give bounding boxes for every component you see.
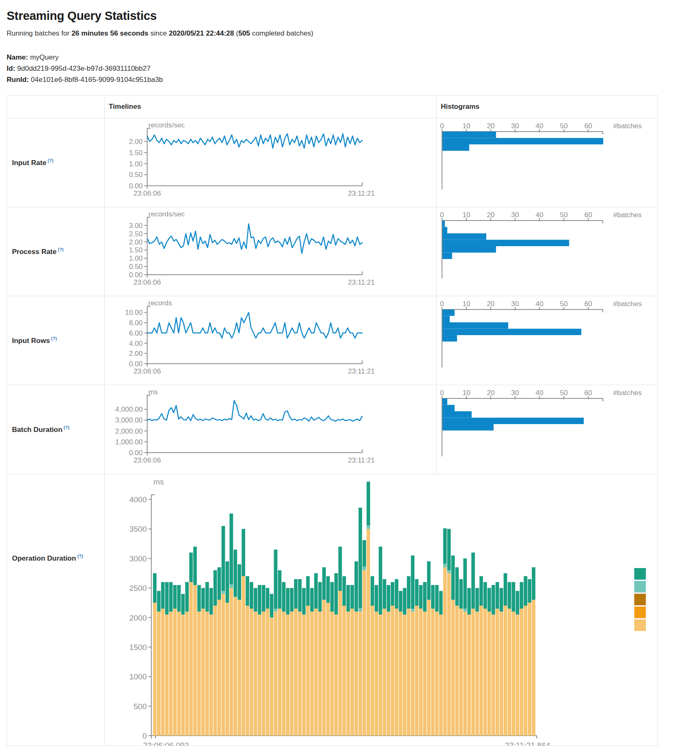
svg-text:records/sec: records/sec [148,210,185,218]
svg-text:2.00: 2.00 [129,138,143,146]
input-rate-timeline-cell: records/sec0.000.501.001.502.0023:06:062… [105,118,437,207]
svg-text:2000: 2000 [129,614,147,622]
table-header-row: Timelines Histograms [7,96,658,118]
input-rows-timeline-chart: records0.002.004.006.008.0010.0023:06:06… [105,296,436,385]
svg-text:1.50: 1.50 [129,149,143,157]
batch-duration-timeline-cell: ms0.001,000.002,000.003,000.004,000.0023… [105,385,437,474]
svg-text:4000: 4000 [129,495,147,504]
legend-swatch [634,581,646,592]
svg-text:23:06:06: 23:06:06 [134,189,161,197]
svg-text:20: 20 [487,300,495,308]
input-rate-timeline-chart: records/sec0.000.501.001.502.0023:06:062… [105,118,436,207]
input-rows-label-cell: Input Rows(?) [7,296,105,385]
svg-text:50: 50 [560,300,568,308]
input-rate-histogram-chart: 0102030405060#batches [437,118,657,207]
name-value: myQuery [30,53,59,61]
svg-text:6.00: 6.00 [129,329,143,337]
batch-summary: Running batches for 26 minutes 56 second… [7,29,693,38]
svg-text:50: 50 [560,122,568,130]
svg-text:0.00: 0.00 [129,449,143,457]
header-empty [7,96,105,118]
process-rate-histogram-cell: 0102030405060#batches [437,207,658,296]
process-rate-timeline-chart: records/sec0.000.501.001.502.002.503.002… [105,207,436,296]
operation-duration-help-icon[interactable]: (?) [77,554,83,559]
svg-text:#batches: #batches [613,211,642,219]
operation-duration-stacked-chart: ms0500100015002000250030003500400023:06:… [105,474,657,746]
svg-text:30: 30 [511,389,519,397]
process-rate-timeline-cell: records/sec0.000.501.001.502.002.503.002… [105,207,437,296]
svg-text:23:06:06: 23:06:06 [134,278,161,286]
svg-text:records: records [148,299,172,307]
svg-text:0: 0 [440,122,444,130]
svg-text:2.00: 2.00 [129,238,143,246]
runid-label: RunId: [7,76,29,84]
svg-text:4.00: 4.00 [129,340,143,348]
svg-text:#batches: #batches [613,122,642,130]
legend-swatch [634,568,646,580]
svg-text:23:11:21: 23:11:21 [348,189,375,197]
query-meta: Name: myQuery Id: 9d0dd219-995d-423e-b97… [7,52,693,85]
svg-text:40: 40 [535,300,543,308]
summary-since: since [148,29,169,37]
process-rate-label-cell: Process Rate(?) [7,207,105,296]
batch-duration-help-icon[interactable]: (?) [64,425,69,430]
svg-text:10: 10 [462,122,470,130]
legend-swatch [634,607,646,618]
svg-text:1.50: 1.50 [129,246,143,254]
svg-text:1000: 1000 [129,672,147,681]
batch-duration-row: Batch Duration(?) ms0.001,000.002,000.00… [7,385,658,474]
process-rate-histogram-chart: 0102030405060#batches [437,207,657,296]
input-rows-help-icon[interactable]: (?) [51,336,57,341]
operation-duration-label: Operation Duration [12,554,76,562]
input-rows-timeline-cell: records0.002.004.006.008.0010.0023:06:06… [105,296,437,385]
batch-duration-timeline-chart: ms0.001,000.002,000.003,000.004,000.0023… [105,385,436,474]
svg-text:3.00: 3.00 [129,222,143,230]
svg-text:23:11:21: 23:11:21 [348,456,375,464]
summary-start-time: 2020/05/21 22:44:28 [169,29,234,37]
svg-text:#batches: #batches [613,389,642,397]
svg-text:1500: 1500 [129,643,147,652]
svg-text:30: 30 [511,211,519,219]
id-label: Id: [7,65,15,72]
runid-value: 04e101e6-8bf8-4165-9099-9104c951ba3b [31,76,163,84]
svg-text:60: 60 [584,122,592,130]
svg-text:20: 20 [487,122,495,130]
svg-text:500: 500 [134,702,147,711]
svg-text:1.00: 1.00 [129,254,143,262]
svg-text:23:11:21: 23:11:21 [348,278,375,286]
svg-text:10: 10 [462,211,470,219]
header-histograms: Histograms [437,96,658,118]
query-runid-line: RunId: 04e101e6-8bf8-4165-9099-9104c951b… [7,74,693,85]
input-rows-histogram-cell: 0102030405060#batches [437,296,658,385]
input-rate-help-icon[interactable]: (?) [48,158,53,163]
input-rate-label-cell: Input Rate(?) [7,118,105,207]
batch-duration-label-cell: Batch Duration(?) [7,385,105,474]
name-label: Name: [7,53,28,61]
batch-duration-histogram-chart: 0102030405060#batches [437,385,657,474]
svg-text:1,000.00: 1,000.00 [115,438,143,446]
svg-text:23:06:06: 23:06:06 [134,367,161,375]
batch-duration-label: Batch Duration [12,426,62,434]
id-value: 9d0dd219-995d-423e-b97d-36931110bb27 [17,65,151,72]
legend-swatch [634,619,646,631]
svg-text:4,000.00: 4,000.00 [115,405,143,413]
process-rate-row: Process Rate(?) records/sec0.000.501.001… [7,207,658,296]
svg-text:ms: ms [153,477,164,486]
svg-text:10.00: 10.00 [125,309,143,317]
svg-text:8.00: 8.00 [129,319,143,327]
process-rate-help-icon[interactable]: (?) [58,247,64,252]
svg-text:40: 40 [535,211,543,219]
summary-batch-count: 505 [238,29,250,37]
svg-text:#batches: #batches [613,300,642,308]
svg-text:1.00: 1.00 [129,160,143,168]
svg-text:2.50: 2.50 [129,230,143,238]
svg-text:0.00: 0.00 [129,271,143,279]
page-title: Streaming Query Statistics [7,9,693,23]
svg-text:0: 0 [440,300,444,308]
operation-duration-row: Operation Duration(?) ms0500100015002000… [7,474,658,746]
svg-text:10: 10 [462,389,470,397]
svg-text:3500: 3500 [129,525,147,533]
svg-text:23:11:21: 23:11:21 [348,367,375,375]
svg-text:3,000.00: 3,000.00 [115,416,143,424]
streaming-query-statistics-page: Streaming Query Statistics Running batch… [0,0,700,746]
